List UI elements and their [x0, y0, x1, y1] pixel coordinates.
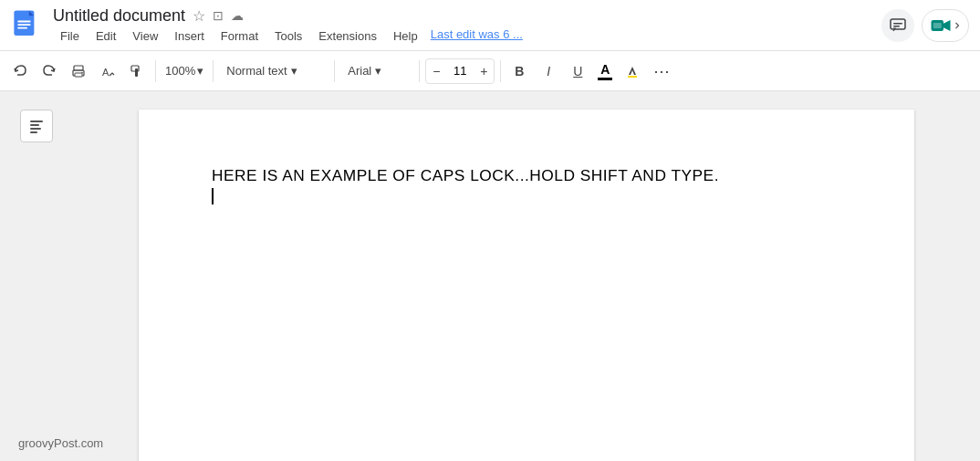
bold-button[interactable]: B	[506, 58, 532, 84]
font-size-increase[interactable]: +	[474, 58, 494, 84]
outline-button[interactable]	[20, 110, 53, 142]
toolbar-divider-3	[334, 60, 335, 82]
text-color-bar	[598, 78, 612, 80]
star-icon[interactable]: ☆	[193, 7, 205, 25]
style-selector[interactable]: Normal text ▾	[219, 58, 328, 84]
cursor-line	[212, 188, 841, 204]
app-icon	[11, 9, 44, 42]
print-button[interactable]	[66, 58, 91, 84]
svg-rect-20	[30, 124, 39, 126]
top-bar: Untitled document ☆ ⊡ ☁ File Edit View I…	[0, 0, 980, 51]
menu-format[interactable]: Format	[214, 27, 266, 45]
text-cursor	[212, 188, 214, 204]
svg-point-14	[81, 71, 83, 73]
zoom-arrow: ▾	[197, 64, 203, 78]
svg-rect-11	[74, 66, 83, 70]
font-arrow: ▾	[375, 64, 381, 78]
redo-button[interactable]	[36, 58, 62, 84]
more-dots: ⋯	[653, 61, 671, 81]
sidebar	[0, 91, 73, 461]
comments-button[interactable]	[881, 9, 914, 42]
last-edit-link[interactable]: Last edit was 6 ...	[431, 27, 523, 45]
menu-help[interactable]: Help	[386, 27, 425, 45]
menu-edit[interactable]: Edit	[89, 27, 123, 45]
meet-button[interactable]	[922, 9, 969, 42]
top-right-controls	[881, 9, 969, 42]
svg-rect-22	[30, 131, 37, 133]
cloud-icon[interactable]: ☁	[231, 8, 244, 23]
doc-page[interactable]: HERE IS AN EXAMPLE OF CAPS LOCK...HOLD S…	[139, 110, 914, 461]
svg-rect-2	[17, 20, 30, 22]
toolbar: A 100% ▾ Normal text ▾ Arial ▾ − + B	[0, 51, 980, 91]
text-color-label: A	[600, 62, 610, 77]
svg-rect-21	[30, 128, 41, 130]
toolbar-divider-2	[213, 60, 214, 82]
font-selector[interactable]: Arial ▾	[340, 58, 413, 84]
toolbar-divider-4	[419, 60, 420, 82]
svg-rect-10	[933, 23, 942, 28]
menu-tools[interactable]: Tools	[267, 27, 309, 45]
menu-insert[interactable]: Insert	[167, 27, 212, 45]
menu-view[interactable]: View	[125, 27, 165, 45]
doc-title[interactable]: Untitled document	[53, 6, 185, 26]
zoom-value: 100%	[165, 64, 195, 78]
doc-area: HERE IS AN EXAMPLE OF CAPS LOCK...HOLD S…	[0, 91, 980, 461]
svg-rect-13	[75, 73, 82, 77]
doc-title-area: Untitled document ☆ ⊡ ☁ File Edit View I…	[53, 6, 872, 45]
folder-icon[interactable]: ⊡	[213, 8, 224, 23]
svg-rect-18	[628, 76, 637, 78]
zoom-selector[interactable]: 100% ▾	[162, 58, 207, 84]
style-value: Normal text	[226, 64, 287, 78]
font-size-input[interactable]	[446, 64, 474, 78]
italic-button[interactable]: I	[536, 58, 561, 84]
svg-rect-6	[893, 23, 902, 25]
svg-rect-7	[893, 26, 900, 27]
doc-body-text: HERE IS AN EXAMPLE OF CAPS LOCK...HOLD S…	[212, 164, 841, 188]
underline-button[interactable]: U	[565, 58, 590, 84]
menu-file[interactable]: File	[53, 27, 87, 45]
font-size-decrease[interactable]: −	[426, 58, 446, 84]
menu-extensions[interactable]: Extensions	[311, 27, 384, 45]
undo-button[interactable]	[7, 58, 33, 84]
footer-watermark: groovyPost.com	[18, 436, 103, 450]
menu-bar: File Edit View Insert Format Tools Exten…	[53, 27, 872, 45]
doc-canvas-wrapper: HERE IS AN EXAMPLE OF CAPS LOCK...HOLD S…	[73, 91, 980, 461]
svg-rect-4	[17, 26, 27, 28]
spellcheck-button[interactable]: A	[95, 58, 120, 84]
text-color-button[interactable]: A	[594, 58, 616, 84]
paint-format-button[interactable]	[124, 58, 150, 84]
highlight-button[interactable]	[620, 58, 645, 84]
svg-text:A: A	[102, 67, 109, 78]
more-options-button[interactable]: ⋯	[649, 58, 674, 84]
svg-rect-3	[17, 24, 30, 26]
svg-rect-19	[30, 120, 43, 122]
toolbar-divider-1	[155, 60, 156, 82]
style-arrow: ▾	[291, 64, 297, 78]
svg-rect-17	[135, 68, 138, 77]
font-value: Arial	[348, 64, 371, 78]
toolbar-divider-5	[500, 60, 501, 82]
doc-content: HERE IS AN EXAMPLE OF CAPS LOCK...HOLD S…	[212, 164, 841, 204]
svg-marker-9	[944, 20, 951, 31]
font-size-area: − +	[425, 58, 495, 84]
